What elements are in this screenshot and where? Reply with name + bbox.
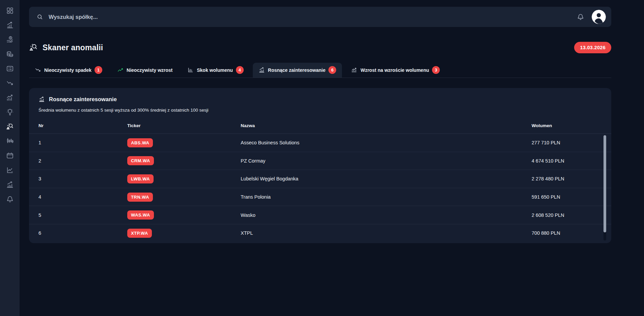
ticker-cell: WAS.WA (127, 210, 241, 220)
bar-chart-growth-icon (6, 21, 14, 29)
tab-count-badge: 1 (95, 66, 102, 74)
lightbulb-icon (6, 108, 14, 116)
tab-count-badge: 3 (432, 66, 440, 74)
table-row[interactable]: 2CRM.WAPZ Cormay4 674 510 PLN (29, 152, 611, 170)
bell-icon (6, 195, 14, 203)
tab-1[interactable]: Nieoczywisty wzrost (111, 63, 178, 78)
trend-up-icon (117, 67, 124, 73)
user-avatar[interactable] (592, 10, 606, 24)
bell-icon (577, 13, 584, 21)
sidebar-item-calendar[interactable] (4, 150, 16, 161)
card-subtitle: Średnia wolumenu z ostatnich 5 sesji wyż… (29, 108, 611, 113)
volume-value: 4 674 510 PLN (532, 158, 602, 164)
row-number: 4 (38, 194, 127, 200)
notifications-button[interactable] (574, 10, 587, 23)
table-row[interactable]: 6XTP.WAXTPL700 880 PLN (29, 224, 611, 242)
tab-3[interactable]: Rosnące zainteresowanie6 (253, 63, 342, 78)
ticker-cell: CRM.WA (127, 156, 241, 165)
app: Skaner anomalii 13.03.2026 Nieoczywisty … (0, 0, 644, 316)
sidebar-item-chart-up[interactable] (4, 92, 16, 103)
sidebar-item-hand-money[interactable] (4, 34, 16, 45)
tabs: Nieoczywisty spadek1Nieoczywisty wzrostS… (29, 63, 611, 78)
table-scrollbar-track[interactable] (603, 135, 606, 240)
tab-label: Wzrost na wzroście wolumenu (360, 67, 429, 73)
ticker-badge[interactable]: CRM.WA (127, 156, 154, 165)
company-name: Trans Polonia (241, 194, 532, 200)
table-scrollbar-thumb[interactable] (603, 135, 606, 232)
row-number: 5 (38, 212, 127, 218)
trend-down-icon (6, 79, 14, 87)
results-card: Rosnące zainteresowanie Średnia wolumenu… (29, 88, 611, 243)
sidebar-item-coins[interactable] (4, 49, 16, 59)
column-header: Nr (38, 123, 127, 128)
row-number: 2 (38, 158, 127, 164)
company-name: Asseco Business Solutions (241, 140, 532, 145)
company-name: XTPL (241, 230, 532, 236)
tab-0[interactable]: Nieoczywisty spadek1 (29, 63, 108, 78)
ticker-badge[interactable]: ABS.WA (127, 138, 153, 147)
column-header: Wolumen (532, 123, 602, 128)
anomaly-scanner-icon (29, 43, 38, 52)
rising-bars-icon (259, 67, 265, 73)
main-content: Skaner anomalii 13.03.2026 Nieoczywisty … (20, 0, 644, 316)
tab-label: Rosnące zainteresowanie (268, 67, 325, 73)
search-bar (29, 7, 611, 27)
sidebar-item-bar-chart-growth[interactable] (4, 20, 16, 30)
candlestick-icon (6, 137, 14, 145)
tab-label: Skok wolumenu (197, 67, 233, 73)
title-wrap: Skaner anomalii (29, 43, 103, 52)
sidebar-item-line-chart[interactable] (4, 165, 16, 175)
volume-value: 700 880 PLN (532, 230, 602, 236)
table-row[interactable]: 3LWB.WALubelski Węgiel Bogdanka2 278 480… (29, 170, 611, 188)
page-header: Skaner anomalii 13.03.2026 (29, 42, 611, 53)
table-row[interactable]: 5WAS.WAWasko2 608 520 PLN (29, 206, 611, 224)
sidebar-item-trend-down[interactable] (4, 78, 16, 88)
ticker-badge[interactable]: LWB.WA (127, 174, 154, 183)
sidebar-item-dashboard[interactable] (4, 5, 16, 16)
ticker-badge[interactable]: XTP.WA (127, 229, 152, 238)
company-name: Lubelski Węgiel Bogdanka (241, 176, 532, 181)
rising-bars-icon (38, 96, 45, 103)
table-row[interactable]: 4TRN.WATrans Polonia591 650 PLN (29, 188, 611, 206)
tab-4[interactable]: Wzrost na wzroście wolumenu3 (345, 63, 446, 78)
ticker-cell: ABS.WA (127, 138, 241, 147)
sidebar-item-candlestick[interactable] (4, 136, 16, 146)
ticker-badge[interactable]: TRN.WA (127, 193, 153, 202)
tab-2[interactable]: Skok wolumenu4 (182, 63, 249, 78)
ticker-cell: TRN.WA (127, 193, 241, 202)
volume-value: 2 608 520 PLN (532, 212, 602, 218)
anomaly-scanner-icon (6, 123, 14, 131)
ticker-badge[interactable]: WAS.WA (127, 210, 154, 220)
volume-chart-icon (187, 67, 194, 73)
dashboard-icon (6, 7, 14, 15)
sidebar-item-lightbulb[interactable] (4, 107, 16, 117)
calendar-icon (6, 152, 14, 160)
ticker-cell: XTP.WA (127, 229, 241, 238)
row-number: 1 (38, 140, 127, 145)
row-number: 6 (38, 230, 127, 236)
table-row[interactable]: 1ABS.WAAsseco Business Solutions277 710 … (29, 134, 611, 152)
tab-count-badge: 6 (328, 66, 336, 74)
sidebar (0, 0, 20, 316)
table-header: NrTickerNazwaWolumen (29, 117, 611, 134)
list-card-icon (6, 65, 14, 73)
chart-up-icon (6, 94, 14, 102)
rising-bars-icon (6, 181, 14, 189)
table-body: 1ABS.WAAsseco Business Solutions277 710 … (29, 134, 611, 242)
search-input[interactable] (48, 13, 569, 21)
bars-growth-icon (351, 67, 357, 73)
trend-down-icon (35, 67, 41, 73)
search-icon (36, 13, 43, 20)
tab-label: Nieoczywisty spadek (44, 67, 91, 73)
company-name: Wasko (241, 212, 532, 218)
volume-value: 277 710 PLN (532, 140, 602, 145)
card-title: Rosnące zainteresowanie (49, 96, 117, 103)
sidebar-item-list-card[interactable] (4, 63, 16, 74)
page-title: Skaner anomalii (43, 43, 103, 52)
column-header: Ticker (127, 123, 241, 128)
sidebar-item-bell[interactable] (4, 194, 16, 204)
sidebar-item-rising-bars[interactable] (4, 179, 16, 190)
sidebar-item-anomaly-scanner[interactable] (4, 121, 16, 132)
date-badge[interactable]: 13.03.2026 (574, 42, 611, 53)
volume-value: 591 650 PLN (532, 194, 602, 200)
